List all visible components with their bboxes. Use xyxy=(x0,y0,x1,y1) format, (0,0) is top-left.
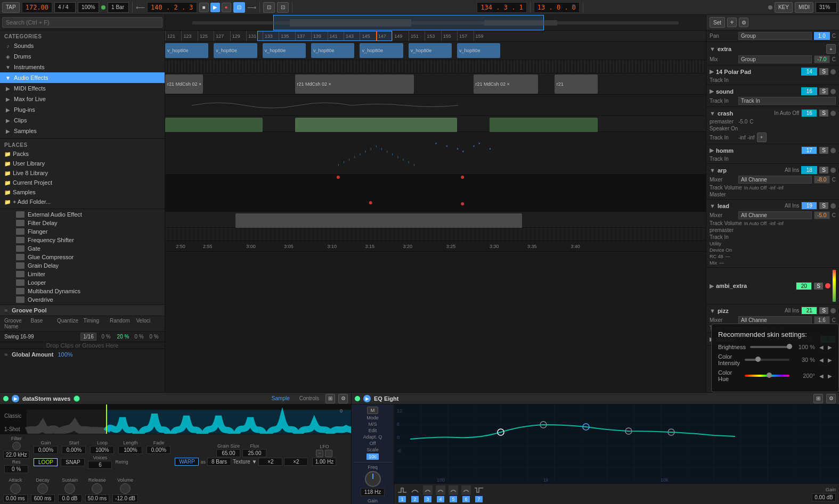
release-knob[interactable] xyxy=(92,483,102,494)
pan-routing[interactable]: Group xyxy=(738,32,812,40)
browser-item-overdrive[interactable]: Overdrive xyxy=(0,295,165,304)
track-clip[interactable]: v_hop80e xyxy=(360,43,403,58)
band6-val[interactable]: 6 xyxy=(462,496,469,502)
timeline-ruler[interactable]: 121 123 125 127 129 131 133 135 137 139 … xyxy=(165,31,706,42)
freq-val[interactable]: 118 Hz xyxy=(361,488,385,496)
texture-2x1[interactable]: ×2 xyxy=(258,458,282,466)
band3-val[interactable]: 3 xyxy=(424,496,431,502)
category-item-plug-ins[interactable]: ▶ Plug-ins xyxy=(0,104,165,115)
crash-add[interactable]: + xyxy=(757,133,767,142)
lead-mix-val[interactable]: -5.0 xyxy=(814,211,830,219)
grain-size-val[interactable]: 65.00 xyxy=(216,449,240,457)
crash-dot[interactable] xyxy=(830,111,836,116)
homm-s-btn[interactable]: S xyxy=(819,147,828,154)
crash-val[interactable]: 16 xyxy=(801,109,817,117)
extra-add[interactable]: + xyxy=(826,44,836,54)
track-clip-r21d[interactable]: r21 xyxy=(555,75,598,94)
browser-item-grain-delay[interactable]: Grain Delay xyxy=(0,261,165,270)
place-item-samples[interactable]: 📁 Samples xyxy=(0,187,165,197)
intensity-arrow-left[interactable]: ◀ xyxy=(819,357,824,363)
sound-routing[interactable]: Track In xyxy=(738,97,836,105)
track-clip-large[interactable] xyxy=(235,213,522,228)
homm-val[interactable]: 17 xyxy=(801,146,817,154)
lead-val[interactable]: 19 xyxy=(801,202,817,210)
eq-settings-btn[interactable]: ⚙ xyxy=(826,394,836,403)
pizz-routing[interactable]: All Channe xyxy=(738,316,812,324)
band3-icon[interactable] xyxy=(423,485,433,495)
bars-display[interactable]: 8 Bars xyxy=(207,458,231,466)
category-item-samples[interactable]: ▶ Samples xyxy=(0,126,165,136)
transport-pos[interactable]: 140 . 2 . 3 xyxy=(147,2,197,13)
groove-base-val[interactable]: 1/16 xyxy=(80,333,96,341)
play-button[interactable]: ▶ xyxy=(210,3,220,12)
browser-item-flanger[interactable]: Flanger xyxy=(0,227,165,236)
lead-dot[interactable] xyxy=(830,203,836,209)
band4-val[interactable]: 4 xyxy=(437,496,444,502)
snap-val[interactable]: SNAP xyxy=(61,458,85,466)
sustain-knob[interactable] xyxy=(64,483,75,494)
place-item-user-library[interactable]: 📁 User Library xyxy=(0,159,165,168)
loop-val[interactable]: 100% xyxy=(90,446,114,454)
lfo-shape-btn[interactable] xyxy=(325,450,332,457)
category-item-drums[interactable]: ◈ Drums xyxy=(0,51,165,62)
sample-chain-btn[interactable]: ⊞ xyxy=(325,394,335,403)
track-clip[interactable]: v_hop80e xyxy=(311,43,354,58)
key-button[interactable]: KEY xyxy=(775,2,793,13)
category-item-sounds[interactable]: ♪ Sounds xyxy=(0,40,165,51)
color-hue-slider[interactable] xyxy=(745,375,789,377)
crash-s-btn[interactable]: S xyxy=(819,110,828,117)
brightness-arrow-left[interactable]: ◀ xyxy=(819,344,824,350)
browser-item-filter-delay[interactable]: Filter Delay xyxy=(0,219,165,227)
lead-routing[interactable]: All Channe xyxy=(738,211,812,219)
browser-item-external-audio-effect[interactable]: External Audio Effect xyxy=(0,210,165,219)
punch-out[interactable]: ⊡ xyxy=(277,2,289,13)
loop-btn[interactable]: ⊡ xyxy=(233,2,245,13)
scale-val[interactable]: 10c xyxy=(366,453,379,460)
loop-mode-val[interactable]: LOOP xyxy=(34,458,58,466)
homm-dot[interactable] xyxy=(830,148,836,153)
attack-val[interactable]: 0.00 ms xyxy=(3,494,28,502)
eq-display[interactable]: 12 6 0 -6 100 1k xyxy=(394,404,839,483)
start-val[interactable]: 0.00% xyxy=(62,446,86,454)
pizz-val[interactable]: 21 xyxy=(801,307,817,315)
category-item-clips[interactable]: ▶ Clips xyxy=(0,115,165,126)
tab-controls[interactable]: Controls xyxy=(296,395,322,401)
filter-freq-val[interactable]: 22.0 kHz xyxy=(3,451,29,459)
ambi-val[interactable]: 20 xyxy=(796,282,812,290)
track-clip-r21c[interactable]: r21 MdCsh 02 × xyxy=(474,75,539,94)
punch-in[interactable]: ⊡ xyxy=(263,2,275,13)
global-amount-val[interactable]: 100% xyxy=(58,351,72,358)
freq-knob[interactable] xyxy=(365,471,381,487)
band2-icon[interactable] xyxy=(410,485,420,495)
counter-display[interactable]: 13 . 0 . 0 xyxy=(534,2,580,13)
sound-val[interactable]: 16 xyxy=(801,87,817,95)
position-display[interactable]: 134 . 3 . 1 xyxy=(477,2,526,13)
bpm-display[interactable]: 172.00 xyxy=(22,2,52,13)
browser-item-looper[interactable]: Looper xyxy=(0,278,165,287)
brightness-slider[interactable] xyxy=(750,346,789,348)
extra-mix-val[interactable]: -7.0 xyxy=(814,55,830,63)
midi-button[interactable]: MIDI xyxy=(795,2,813,13)
place-item-packs[interactable]: 📁 Packs xyxy=(0,149,165,159)
groove-row[interactable]: Swing 16-99 1/16 0 % 20 % 0 % 0 % xyxy=(0,332,165,342)
ambi-s-btn[interactable]: S xyxy=(814,283,823,290)
band5-val[interactable]: 5 xyxy=(450,496,457,502)
place-item-+-add-folder...[interactable]: 📁 + Add Folder... xyxy=(0,197,165,206)
hue-arrow-left[interactable]: ◀ xyxy=(819,373,824,379)
pizz-dot[interactable] xyxy=(830,308,836,313)
decay-val[interactable]: 600 ms xyxy=(31,494,55,502)
category-item-instruments[interactable]: ▼ Instruments xyxy=(0,62,165,72)
category-item-midi-effects[interactable]: ▶ MIDI Effects xyxy=(0,83,165,94)
browser-item-gate[interactable]: Gate xyxy=(0,244,165,253)
band7-icon[interactable] xyxy=(474,485,484,495)
tracks-area[interactable]: v_hop80e v_hop80e v_hop80e v_hop80e v_ho… xyxy=(165,42,706,392)
lead-s-btn[interactable]: S xyxy=(819,202,828,209)
track-clip[interactable]: v_hop80e xyxy=(263,43,306,58)
polar-val[interactable]: 14 xyxy=(801,68,817,76)
lfo-wave-btn[interactable]: ~ xyxy=(316,450,323,457)
filter-res-val[interactable]: 0 % xyxy=(4,465,28,473)
release-val[interactable]: 50.0 ms xyxy=(85,494,110,502)
polar-dot[interactable] xyxy=(830,69,836,75)
ambi-dot[interactable] xyxy=(825,283,830,288)
loop-back-icon[interactable]: ⟵ xyxy=(136,4,145,11)
